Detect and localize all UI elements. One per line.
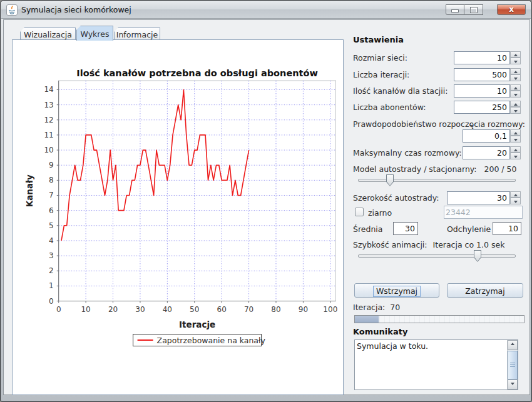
tab-label: Wykres bbox=[81, 29, 110, 39]
spinner-up-button[interactable] bbox=[510, 84, 521, 91]
scroll-down-button[interactable] bbox=[508, 379, 518, 389]
svg-text:13: 13 bbox=[44, 101, 53, 109]
maks-czas-input[interactable]: 20 bbox=[463, 146, 510, 159]
arrow-up-icon bbox=[514, 54, 518, 56]
spinner-up-button[interactable] bbox=[510, 68, 521, 74]
model-slider-thumb[interactable] bbox=[386, 174, 394, 186]
arrow-up-icon bbox=[514, 132, 518, 134]
spinner-down-button[interactable] bbox=[510, 153, 521, 159]
model-slider-track[interactable] bbox=[358, 179, 516, 182]
liczba-abonentow-label: Liczba abonentów: bbox=[353, 103, 426, 112]
arrow-down-icon bbox=[514, 94, 518, 96]
ziarno-input[interactable]: 23442 bbox=[444, 206, 523, 219]
ziarno-label: ziarno bbox=[368, 208, 392, 218]
svg-text:11: 11 bbox=[44, 131, 53, 139]
ilosc-kanalow-spinner bbox=[510, 84, 521, 98]
svg-text:Zapotrzebowanie na kanały: Zapotrzebowanie na kanały bbox=[157, 336, 266, 345]
java-app-icon bbox=[6, 4, 18, 16]
svg-text:50: 50 bbox=[190, 305, 199, 314]
prawdopodobienstwo-input[interactable]: 0,1 bbox=[463, 129, 510, 143]
spinner-down-button[interactable] bbox=[510, 198, 521, 204]
arrow-up-icon bbox=[514, 103, 518, 106]
szerokosc-input[interactable]: 30 bbox=[447, 191, 510, 204]
svg-text:1: 1 bbox=[49, 281, 54, 290]
minimize-icon bbox=[452, 10, 458, 12]
szybkosc-label: Szybkość animacji: Iteracja co 1.0 sek bbox=[353, 240, 504, 249]
zatrzymaj-button-label: Zatrzymaj bbox=[465, 286, 505, 296]
svg-text:40: 40 bbox=[163, 305, 172, 314]
szerokosc-spinner bbox=[510, 191, 521, 204]
wstrzymaj-button-label: Wstrzymaj bbox=[373, 286, 421, 297]
zatrzymaj-button[interactable]: Zatrzymaj bbox=[447, 283, 523, 298]
minimize-button[interactable] bbox=[446, 4, 464, 15]
svg-text:2: 2 bbox=[49, 266, 54, 275]
progress-bar-fill bbox=[355, 316, 379, 323]
settings-header: Ustawienia bbox=[353, 35, 404, 44]
komunikaty-textarea[interactable]: Symulacja w toku. bbox=[354, 339, 518, 390]
arrow-up-icon bbox=[514, 87, 518, 89]
liczba-abonentow-input[interactable]: 250 bbox=[454, 101, 510, 114]
spinner-down-button[interactable] bbox=[510, 74, 521, 81]
arrow-up-icon bbox=[514, 71, 518, 73]
svg-text:0: 0 bbox=[49, 297, 54, 306]
spinner-down-button[interactable] bbox=[510, 91, 521, 98]
wstrzymaj-button[interactable]: Wstrzymaj bbox=[354, 283, 439, 298]
scrollbar-grip-icon bbox=[510, 363, 515, 367]
srednia-input[interactable]: 30 bbox=[393, 222, 418, 235]
iteration-label: Iteracja: bbox=[353, 303, 385, 312]
spinner-up-button[interactable] bbox=[510, 51, 521, 58]
speed-slider-track[interactable] bbox=[358, 254, 516, 258]
tab-label: Informacje bbox=[116, 30, 158, 39]
spinner-up-button[interactable] bbox=[510, 101, 521, 107]
speed-slider-thumb[interactable] bbox=[474, 250, 481, 262]
arrow-down-icon bbox=[514, 110, 518, 113]
svg-text:Kanały: Kanały bbox=[24, 174, 34, 207]
svg-text:12: 12 bbox=[44, 116, 53, 124]
ziarno-checkbox[interactable] bbox=[355, 208, 364, 216]
tab-content-wykres: 0102030405060708090100012345678910111213… bbox=[12, 39, 344, 395]
svg-text:Ilość kanałów potrzebna do obs: Ilość kanałów potrzebna do obsługi abone… bbox=[76, 68, 318, 78]
arrow-down-icon bbox=[514, 201, 518, 203]
tab-wykres[interactable]: Wykres bbox=[76, 26, 113, 41]
odchylenie-input[interactable]: 10 bbox=[493, 222, 521, 235]
iteration-value: 70 bbox=[390, 303, 400, 312]
komunikaty-text: Symulacja w toku. bbox=[357, 341, 505, 351]
szybkosc-label-text: Szybkość animacji: bbox=[353, 240, 427, 249]
komunikaty-header: Komunikaty bbox=[353, 327, 407, 336]
spinner-up-button[interactable] bbox=[510, 146, 521, 153]
spinner-down-button[interactable] bbox=[510, 136, 521, 143]
tab-informacje[interactable]: Informacje bbox=[114, 28, 160, 39]
svg-text:14: 14 bbox=[44, 85, 53, 94]
spinner-up-button[interactable] bbox=[510, 191, 521, 198]
arrow-down-icon bbox=[511, 383, 514, 385]
svg-text:90: 90 bbox=[299, 305, 308, 314]
liczba-iteracji-input[interactable]: 500 bbox=[454, 68, 510, 81]
chart-svg: 0102030405060708090100012345678910111213… bbox=[23, 62, 350, 368]
tab-wizualizacja[interactable]: Wizualizacja bbox=[20, 28, 76, 39]
svg-text:5: 5 bbox=[49, 221, 54, 230]
tab-label: Wizualizacja bbox=[24, 30, 72, 39]
svg-text:Iteracje: Iteracje bbox=[179, 319, 215, 329]
spinner-down-button[interactable] bbox=[510, 58, 521, 64]
iteration-status: Iteracja: 70 bbox=[353, 303, 400, 312]
titlebar[interactable]: Symulacja sieci komórkowej x bbox=[1, 1, 531, 19]
maximize-button[interactable] bbox=[464, 4, 483, 15]
spinner-down-button[interactable] bbox=[510, 107, 521, 114]
arrow-up-icon bbox=[511, 343, 514, 345]
liczba-iteracji-label: Liczba iteracji: bbox=[353, 70, 409, 79]
model-label: Model autostrady / stacjonarny: 200 / 50 bbox=[353, 164, 516, 174]
svg-text:6: 6 bbox=[49, 206, 54, 215]
progress-bar bbox=[354, 315, 524, 323]
ilosc-kanalow-input[interactable]: 10 bbox=[454, 84, 510, 98]
odchylenie-label: Odchylenie bbox=[447, 224, 491, 234]
scroll-up-button[interactable] bbox=[508, 340, 518, 350]
close-button[interactable]: x bbox=[497, 4, 526, 15]
svg-text:3: 3 bbox=[49, 251, 54, 260]
liczba-abonentow-spinner bbox=[510, 101, 521, 114]
scrollbar-thumb[interactable] bbox=[508, 351, 518, 379]
rozmiar-sieci-input[interactable]: 10 bbox=[454, 51, 510, 64]
komunikaty-scrollbar[interactable] bbox=[507, 340, 518, 389]
maximize-icon bbox=[471, 8, 477, 13]
svg-text:8: 8 bbox=[49, 176, 54, 184]
spinner-up-button[interactable] bbox=[510, 129, 521, 136]
